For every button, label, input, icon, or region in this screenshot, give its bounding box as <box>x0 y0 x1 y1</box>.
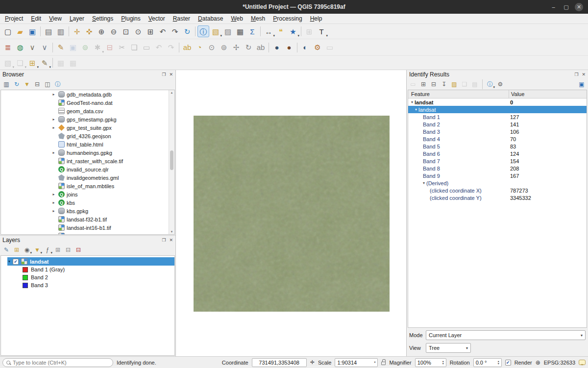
menu-help[interactable]: Help <box>306 14 326 23</box>
highlight-pinned-labels-icon[interactable]: ⊚ <box>218 42 230 53</box>
expand-icon[interactable]: ▸ <box>51 192 56 196</box>
legend-item-Band 3[interactable]: Band 3 <box>1 281 174 289</box>
browser-item-kbs[interactable]: ▸Qkbs <box>1 198 174 207</box>
osm-place-search-icon[interactable]: ● <box>271 42 283 53</box>
browser-float-icon[interactable]: ❐ <box>162 72 166 77</box>
identify-row-Band 7[interactable]: Band 7154 <box>408 157 587 165</box>
spin-down-icon[interactable]: ▾ <box>498 363 499 365</box>
metasearch-icon[interactable]: ● <box>283 42 295 53</box>
identify-row-landsat[interactable]: ▾landsat <box>408 106 587 113</box>
open-attribute-table-icon[interactable]: ▦ <box>234 25 246 37</box>
text-annotation-icon[interactable]: T▾ <box>316 25 327 37</box>
identify-mode-menu-dropdown-icon[interactable]: ▾ <box>493 85 495 89</box>
menu-project[interactable]: Project <box>1 14 27 23</box>
collapse-tree-icon[interactable]: ⊟ <box>429 80 438 89</box>
identify-row-(clicked coordinate Y)[interactable]: (clicked coordinate Y)3345332 <box>408 194 587 201</box>
change-label-properties-icon[interactable]: ab <box>255 42 267 53</box>
new-print-layout-icon[interactable]: ▤ <box>43 25 54 37</box>
search-input[interactable] <box>13 360 109 366</box>
zoom-last-icon[interactable]: ↶ <box>157 25 169 37</box>
identify-row-Band 4[interactable]: Band 470 <box>408 135 587 143</box>
browser-item-landsat-f32-b1.tif[interactable]: landsat-f32-b1.tif <box>1 215 174 223</box>
crs-icon[interactable]: ⊕ <box>536 359 540 366</box>
statistical-summary-icon[interactable]: Σ <box>246 25 258 37</box>
browser-item-int_raster_with_scale.tif[interactable]: int_raster_with_scale.tif <box>1 157 174 165</box>
expand-icon[interactable]: ▸ <box>51 125 56 130</box>
render-checkbox[interactable]: ✔ <box>505 360 511 366</box>
menu-vector[interactable]: Vector <box>145 14 169 23</box>
identify-row-(Derived)[interactable]: ▾(Derived) <box>408 179 587 187</box>
menu-settings[interactable]: Settings <box>88 14 117 23</box>
zoom-to-layer-icon[interactable]: ⊞ <box>145 25 156 37</box>
identify-mode-combobox[interactable]: Current Layer ▾ <box>426 330 586 340</box>
menu-web[interactable]: Web <box>227 14 246 23</box>
zoom-to-selection-icon[interactable]: ⊙ <box>132 25 144 37</box>
expander-icon[interactable]: ▾ <box>415 107 417 112</box>
open-layer-styling-icon[interactable]: ✎ <box>2 245 11 254</box>
zoom-in-icon[interactable]: ⊕ <box>96 25 107 37</box>
zoom-full-icon[interactable]: ⊡ <box>120 25 132 37</box>
identify-close-icon[interactable]: ✕ <box>582 72 586 77</box>
magnifier-spinbox[interactable]: 100% ▴ ▾ <box>415 358 446 367</box>
layers-float-icon[interactable]: ❐ <box>162 238 166 243</box>
refresh-map-icon[interactable]: ↻ <box>181 25 193 37</box>
pan-map-to-selection-icon[interactable]: ✜ <box>83 25 95 37</box>
data-source-manager-icon[interactable]: ≣ <box>2 42 14 53</box>
deselect-features-icon[interactable]: ▨ <box>222 25 234 37</box>
collapse-all-layers-icon[interactable]: ⊟ <box>64 245 73 254</box>
messages-icon[interactable] <box>579 360 586 365</box>
crs-label[interactable]: EPSG:32633 <box>544 360 575 366</box>
expander-icon[interactable]: ▾ <box>411 100 413 104</box>
filter-browser-icon[interactable]: ▼ <box>23 80 31 89</box>
legend-item-Band 2[interactable]: Band 2 <box>1 273 174 281</box>
identify-row-Band 2[interactable]: Band 2141 <box>408 121 587 128</box>
edit-layer-menu-dropdown-icon[interactable]: ▾ <box>49 65 51 69</box>
open-project-icon[interactable]: ▰ <box>14 25 26 37</box>
collapse-icon[interactable]: ▾ <box>8 259 10 264</box>
expander-icon[interactable]: ▾ <box>423 181 425 185</box>
scale-lock-icon[interactable] <box>381 362 386 365</box>
refresh-browser-icon[interactable]: ↻ <box>12 80 21 89</box>
expand-all-layers-icon[interactable]: ⊞ <box>53 245 62 254</box>
new-geopackage-layer-icon[interactable]: ◍ <box>14 42 26 53</box>
expand-icon[interactable]: ▸ <box>51 117 56 122</box>
filter-by-expression-dropdown-icon[interactable]: ▾ <box>50 251 52 254</box>
identify-help-icon[interactable]: ▣ <box>577 80 586 89</box>
combo-arrow-icon[interactable]: ▾ <box>374 361 375 364</box>
new-project-icon[interactable]: ▢ <box>2 25 14 37</box>
close-button[interactable]: ✕ <box>575 3 583 11</box>
select-features-icon[interactable]: ▧▾ <box>210 25 221 37</box>
feature-column-header[interactable]: Feature <box>408 90 509 98</box>
text-annotation-dropdown-icon[interactable]: ▾ <box>326 34 328 37</box>
identify-row-Band 3[interactable]: Band 3106 <box>408 128 587 135</box>
browser-item-isle_of_man.mbtiles[interactable]: isle_of_man.mbtiles <box>1 182 174 190</box>
new-shapefile-layer-icon[interactable]: ∨ <box>26 42 38 53</box>
expand-icon[interactable]: ▸ <box>51 209 56 213</box>
menu-processing[interactable]: Processing <box>269 14 306 23</box>
expand-tree-icon[interactable]: ⊞ <box>419 80 428 89</box>
legend-item-Band 1 (Gray)[interactable]: Band 1 (Gray) <box>1 266 174 273</box>
browser-item-landsat-int16-b1.tif[interactable]: landsat-int16-b1.tif <box>1 223 174 232</box>
browser-item-kbs.gpkg[interactable]: ▸kbs.gpkg <box>1 207 174 215</box>
edit-layer-menu-icon[interactable]: ✎▾ <box>39 57 50 69</box>
menu-database[interactable]: Database <box>194 14 227 23</box>
browser-item-geom_data.csv[interactable]: geom_data.csv <box>1 107 174 115</box>
browser-item-gps_timestamp.gpkg[interactable]: ▸gps_timestamp.gpkg <box>1 115 174 123</box>
measure-line-icon[interactable]: ↔▾ <box>263 25 274 37</box>
identify-float-icon[interactable]: ❐ <box>574 72 578 77</box>
identify-row-landsat[interactable]: ▾landsat0 <box>408 98 587 106</box>
coordinate-field[interactable]: 731491,3353408 <box>252 358 307 367</box>
titlebar[interactable]: *Untitled Project — QGIS 7395c819af – ▢ … <box>0 0 588 14</box>
pin-labels-icon[interactable]: ⊙ <box>206 42 218 53</box>
identify-row-Band 1[interactable]: Band 1127 <box>408 113 587 121</box>
add-layer-menu-icon[interactable]: ⊞▾ <box>26 57 38 69</box>
layer-labeling-icon[interactable]: ab <box>181 42 193 53</box>
identify-row-Band 6[interactable]: Band 6124 <box>408 150 587 157</box>
python-console-icon[interactable]: ◐ <box>299 42 311 53</box>
rotate-label-icon[interactable]: ↻ <box>243 42 254 53</box>
scroll-up-icon[interactable]: ▲ <box>171 91 173 94</box>
layer-item-landsat[interactable]: ▾✔landsat <box>7 257 174 266</box>
locator-search[interactable] <box>2 358 113 367</box>
rotation-spinbox[interactable]: 0.0 ° ▴ ▾ <box>473 358 502 367</box>
filter-legend-dropdown-icon[interactable]: ▾ <box>40 251 42 254</box>
